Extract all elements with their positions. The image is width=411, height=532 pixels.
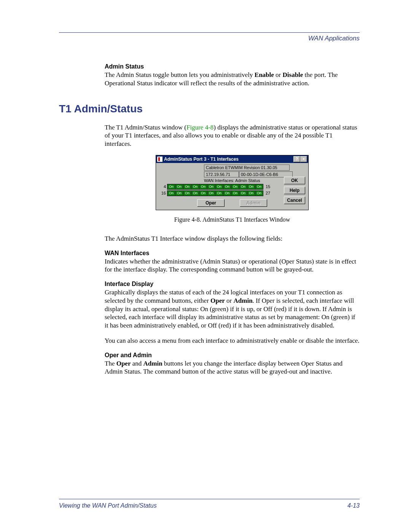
interface-cell[interactable]: On: [255, 191, 263, 196]
footer-left: Viewing the WAN Port Admin/Status: [59, 502, 157, 509]
dialog-titlebar: AdminStatus Port 3 - T1 Interfaces ? ×: [156, 155, 308, 163]
figure-reference-link[interactable]: Figure 4-8: [186, 124, 213, 131]
ok-button[interactable]: OK: [284, 177, 305, 184]
interface-cell[interactable]: On: [175, 191, 183, 196]
oper-and-admin-heading: Oper and Admin: [105, 352, 360, 359]
cancel-button[interactable]: Cancel: [284, 197, 305, 204]
interface-cell[interactable]: On: [255, 184, 263, 189]
ip-field: 172.19.56.71: [204, 171, 239, 177]
interface-cell[interactable]: On: [231, 184, 239, 189]
interface-cell[interactable]: On: [247, 191, 255, 196]
admin-status-text: The Admin Status toggle button lets you …: [105, 71, 360, 88]
interface-cell[interactable]: On: [207, 184, 215, 189]
interface-cell[interactable]: On: [223, 191, 231, 196]
interface-display-heading: Interface Display: [105, 281, 360, 288]
interface-cell[interactable]: On: [191, 184, 199, 189]
help-button[interactable]: Help: [284, 187, 305, 194]
interface-display-p1: Graphically displays the status of each …: [105, 288, 360, 330]
interface-display-p2: You can also access a menu from each int…: [105, 337, 360, 345]
help-icon[interactable]: ?: [293, 156, 300, 162]
interface-cell[interactable]: On: [175, 184, 183, 189]
interface-cell[interactable]: On: [167, 191, 175, 196]
wan-interfaces-heading: WAN Interfaces: [105, 250, 360, 257]
paragraph-after-figure: The AdminStatus T1 Interface window disp…: [105, 235, 360, 243]
section-heading-t1-admin-status: T1 Admin/Status: [59, 103, 360, 115]
interface-cell[interactable]: On: [183, 184, 191, 189]
admin-button: Admin: [240, 199, 267, 207]
interface-cell[interactable]: On: [199, 184, 207, 189]
figure-caption: Figure 4-8. AdminStatus T1 Interfaces Wi…: [105, 216, 360, 223]
adminstatus-dialog: AdminStatus Port 3 - T1 Interfaces ? × C…: [156, 155, 309, 210]
oper-and-admin-text: The Oper and Admin buttons let you chang…: [105, 359, 360, 376]
interface-cell[interactable]: On: [247, 184, 255, 189]
interface-cell[interactable]: On: [207, 191, 215, 196]
oper-button[interactable]: Oper: [197, 199, 225, 207]
wan-interfaces-text: Indicates whether the administrative (Ad…: [105, 257, 360, 274]
intro-paragraph: The T1 Admin/Status window (Figure 4-8) …: [105, 123, 360, 148]
admin-status-heading: Admin Status: [105, 63, 360, 70]
close-icon[interactable]: ×: [300, 156, 307, 162]
interface-cell[interactable]: On: [191, 191, 199, 196]
interface-cell[interactable]: On: [223, 184, 231, 189]
interface-cell[interactable]: On: [167, 184, 175, 189]
interface-cell[interactable]: On: [199, 191, 207, 196]
footer-page-number: 4-13: [347, 502, 360, 509]
interface-cell[interactable]: On: [231, 191, 239, 196]
interface-cell[interactable]: On: [215, 191, 223, 196]
interface-cell[interactable]: On: [239, 184, 247, 189]
interface-cells-row2[interactable]: On On On On On On On On On On On On: [167, 190, 263, 196]
interface-cell[interactable]: On: [239, 191, 247, 196]
device-field: Cabletron ETWMIM Revision 01.30.05: [204, 165, 290, 171]
header-rule: [59, 32, 360, 33]
app-icon: [157, 157, 162, 162]
interface-cell[interactable]: On: [183, 191, 191, 196]
figure-wrap: AdminStatus Port 3 - T1 Interfaces ? × C…: [105, 155, 360, 223]
dialog-title: AdminStatus Port 3 - T1 Interfaces: [164, 157, 239, 162]
header-section: WAN Applications: [308, 35, 360, 42]
page-footer: Viewing the WAN Port Admin/Status 4-13: [59, 499, 360, 509]
interface-cell[interactable]: On: [215, 184, 223, 189]
interface-cells-row1[interactable]: On On On On On On On On On On On On: [167, 184, 263, 190]
